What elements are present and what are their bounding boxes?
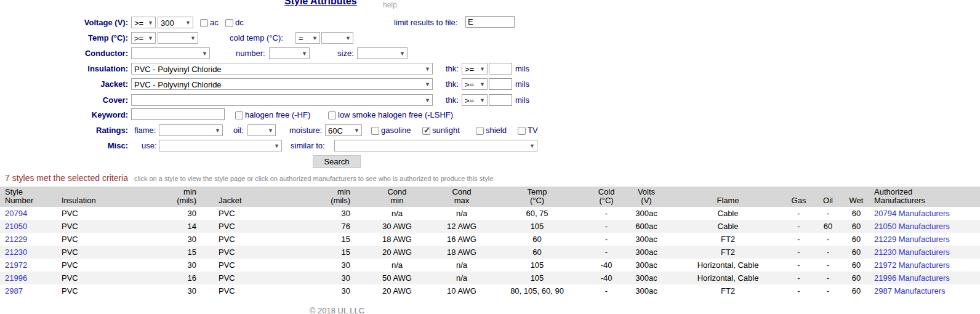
- temp-op-select[interactable]: >=▼: [131, 32, 156, 44]
- chevron-down-icon: ▼: [425, 81, 430, 87]
- size-select[interactable]: ▼: [357, 47, 408, 59]
- keyword-input[interactable]: [131, 108, 225, 120]
- style-number-link[interactable]: 21972: [5, 260, 27, 270]
- insulation-thk-input[interactable]: [489, 63, 512, 74]
- cover-thk-input[interactable]: [489, 94, 512, 106]
- cell-manufacturers: 20794 Manufacturers: [869, 207, 980, 220]
- cell-cond-min: n/a: [354, 207, 440, 220]
- jacket-select[interactable]: PVC - Polyvinyl Chloride▼: [131, 78, 433, 90]
- cell-insulation: PVC: [58, 220, 154, 233]
- keyword-label: Keyword:: [0, 110, 128, 119]
- style-number-link[interactable]: 21996: [5, 273, 27, 283]
- ratings-label: Ratings:: [0, 126, 128, 135]
- style-number-link[interactable]: 21230: [5, 248, 27, 257]
- shield-checkbox[interactable]: [476, 127, 484, 135]
- cell-min-mils-jacket: 30: [311, 284, 354, 297]
- manufacturers-link[interactable]: 2987 Manufacturers: [874, 286, 946, 296]
- insulation-thk-op-select[interactable]: >=▼: [462, 63, 488, 74]
- cell-volts: 300ac: [622, 272, 671, 284]
- cell-gas: -: [785, 259, 813, 272]
- gasoline-checkbox[interactable]: [371, 127, 379, 135]
- cell-min-mils-insulation: 30: [154, 284, 200, 297]
- halogen-free-checkbox[interactable]: [235, 111, 243, 119]
- manufacturers-link[interactable]: 21996 Manufacturers: [874, 273, 950, 283]
- moisture-value: 60C: [328, 126, 352, 135]
- chevron-down-icon: ▼: [268, 127, 273, 134]
- cold-temp-value-select[interactable]: ▼: [321, 32, 353, 44]
- help-link[interactable]: help: [383, 1, 397, 9]
- cell-manufacturers: 21996 Manufacturers: [869, 272, 980, 284]
- cell-style-number: 2987: [0, 284, 58, 297]
- cell-insulation: PVC: [58, 284, 154, 297]
- ac-checkbox[interactable]: [200, 19, 208, 27]
- manufacturers-link[interactable]: 21972 Manufacturers: [874, 260, 950, 270]
- cell-flame: Horizontal, Cable: [671, 272, 785, 284]
- use-select[interactable]: ▼: [159, 140, 282, 151]
- voltage-value: 300: [161, 18, 183, 28]
- cell-jacket: PVC: [200, 233, 311, 246]
- jacket-thk-input[interactable]: [489, 78, 512, 90]
- cell-cold: -40: [591, 272, 622, 284]
- cell-temp: 105: [483, 220, 591, 233]
- cell-cond-max: 16 AWG: [440, 233, 483, 246]
- manufacturers-link[interactable]: 21230 Manufacturers: [874, 248, 950, 257]
- column-header-flame: Flame: [671, 187, 785, 207]
- tv-checkbox[interactable]: [518, 127, 526, 135]
- chevron-down-icon: ▼: [148, 35, 153, 41]
- cell-jacket: PVC: [200, 284, 311, 297]
- similar-to-select[interactable]: ▼: [334, 140, 537, 151]
- misc-label: Misc:: [0, 141, 128, 150]
- voltage-value-select[interactable]: 300▼: [158, 17, 193, 28]
- halogen-free-label: halogen free (-HF): [245, 110, 310, 119]
- sunlight-checkbox[interactable]: [422, 127, 430, 135]
- size-label: size:: [337, 49, 354, 58]
- cold-temp-op-select[interactable]: =▼: [295, 32, 320, 44]
- cell-min-mils-insulation: 30: [154, 207, 200, 220]
- insulation-value: PVC - Polyvinyl Chloride: [134, 65, 423, 74]
- column-header-oil: Oil: [813, 187, 843, 207]
- cell-flame: Cable: [671, 207, 785, 220]
- search-button[interactable]: Search: [313, 155, 361, 168]
- column-header-authorized-manufacturers: AuthorizedManufacturers: [869, 187, 980, 207]
- voltage-label: Voltage (V):: [0, 18, 128, 27]
- column-header-temp: Temp(°C): [483, 187, 591, 207]
- cell-temp: 60: [483, 246, 591, 259]
- cell-jacket: PVC: [200, 259, 311, 272]
- cell-oil: -: [813, 259, 843, 272]
- limit-results-label: limit results to file:: [394, 18, 457, 27]
- low-smoke-halogen-free-checkbox[interactable]: [328, 111, 336, 119]
- cover-thk-op-select[interactable]: >=▼: [462, 94, 488, 106]
- dc-checkbox[interactable]: [225, 19, 233, 27]
- jacket-thk-op-select[interactable]: >=▼: [462, 78, 488, 90]
- oil-select[interactable]: ▼: [247, 124, 276, 136]
- cell-wet: 60: [843, 233, 869, 246]
- style-number-link[interactable]: 20794: [5, 209, 27, 218]
- temp-label: Temp (°C):: [0, 33, 128, 42]
- page-title[interactable]: Style Attributes: [284, 0, 357, 7]
- style-number-link[interactable]: 21050: [5, 222, 27, 231]
- insulation-select[interactable]: PVC - Polyvinyl Chloride▼: [131, 63, 433, 74]
- moisture-select[interactable]: 60C▼: [325, 124, 362, 136]
- cell-cold: -: [591, 220, 622, 233]
- cell-temp: 105: [483, 259, 591, 272]
- style-number-link[interactable]: 2987: [5, 286, 23, 296]
- manufacturers-link[interactable]: 21050 Manufacturers: [874, 222, 950, 231]
- cell-cold: -: [591, 246, 622, 259]
- flame-select[interactable]: ▼: [159, 124, 223, 136]
- moisture-label: moisture:: [289, 126, 322, 135]
- cover-select[interactable]: ▼: [131, 94, 433, 106]
- cell-style-number: 21996: [0, 272, 58, 284]
- oil-label: oil:: [233, 126, 244, 135]
- conductor-select[interactable]: ▼: [131, 47, 210, 59]
- manufacturers-link[interactable]: 20794 Manufacturers: [874, 209, 950, 218]
- style-number-link[interactable]: 21229: [5, 235, 27, 244]
- cell-style-number: 21229: [0, 233, 58, 246]
- voltage-op-select[interactable]: >=▼: [131, 17, 156, 28]
- cell-temp: 80, 105, 60, 90: [483, 284, 591, 297]
- temp-value-select[interactable]: ▼: [158, 32, 198, 44]
- cell-min-mils-jacket: 30: [311, 259, 354, 272]
- manufacturers-link[interactable]: 21229 Manufacturers: [874, 235, 950, 244]
- number-select[interactable]: ▼: [269, 47, 310, 59]
- limit-results-input[interactable]: [465, 16, 515, 28]
- cell-temp: 60, 75: [483, 207, 591, 220]
